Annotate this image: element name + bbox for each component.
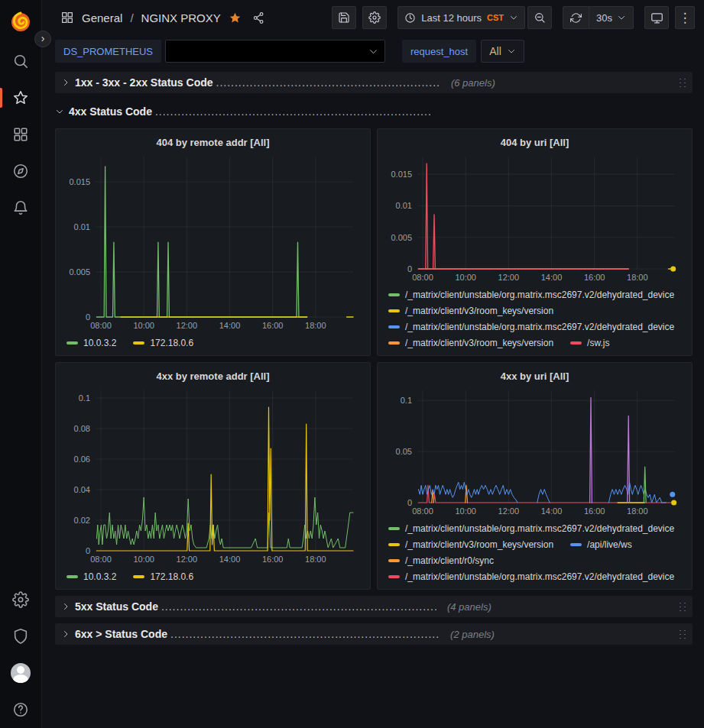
legend: 10.0.3.2172.18.0.6 [63,332,362,352]
sidebar-item-alerting[interactable] [0,189,42,226]
variables-bar: DS_PROMETHEUS request_host All [42,35,704,67]
legend-item[interactable]: /_matrix/client/unstable/org.matrix.msc2… [388,568,674,584]
row-panel-count: (2 panels) [450,629,495,640]
share-icon[interactable] [252,11,265,24]
dashboard-grid-icon [60,11,74,24]
chevron-down-icon [368,47,378,57]
row-6xx[interactable]: 6xx > Status Code ......................… [55,623,693,645]
favorite-star-icon[interactable] [229,11,242,24]
legend-swatch [388,575,400,578]
timeseries-chart[interactable]: 08:0010:0012:0014:0016:0018:0000.020.040… [63,384,362,566]
zoom-out-button[interactable] [527,6,552,29]
row-5xx[interactable]: 5xx Status Code ........................… [55,596,693,617]
header: General / NGINX PROXY Last 12 hours CST … [42,0,704,35]
legend-swatch [133,341,144,345]
panel-title[interactable]: 404 by uri [All] [385,134,684,150]
legend-label: /_matrix/client/v3/room_keys/version [405,338,553,348]
sidebar-item-help[interactable] [0,691,42,728]
legend-swatch [570,341,582,345]
search-icon [12,53,29,70]
sidebar-item-dashboards[interactable] [0,116,42,153]
svg-text:14:00: 14:00 [219,321,241,330]
sidebar-item-profile[interactable] [0,655,42,691]
svg-text:14:00: 14:00 [541,506,563,516]
request-host-value-dropdown[interactable]: All [481,40,524,63]
legend-item[interactable]: /sw.js [570,335,609,351]
row-title: 5xx Status Code [75,600,158,613]
svg-text:18:00: 18:00 [305,321,326,330]
dashboard-settings-button[interactable] [362,6,387,29]
timeseries-chart[interactable]: 08:0010:0012:0014:0016:0018:0000.050.1 [385,384,684,518]
legend-item[interactable]: /_matrix/client/unstable/org.matrix.msc2… [388,319,674,335]
svg-text:0.04: 0.04 [74,485,90,494]
svg-text:0.06: 0.06 [74,455,90,464]
legend-item[interactable]: /_matrix/client/r0/sync [388,552,494,568]
legend-label: /_matrix/client/unstable/org.matrix.msc2… [405,571,674,582]
timeseries-chart[interactable]: 08:0010:0012:0014:0016:0018:0000.0050.01… [385,150,684,284]
sidebar-item-search[interactable] [0,43,42,79]
sidebar-expand-button[interactable]: › [34,31,51,47]
legend-label: /_matrix/client/v3/room_keys/version [405,306,553,316]
chevron-down-icon [55,107,64,116]
more-options-button[interactable]: ⋮ [675,6,695,29]
legend-item[interactable]: 10.0.3.2 [67,335,116,351]
legend-item[interactable]: 10.0.3.2 [67,568,116,584]
legend-item[interactable]: /_matrix/client/v3/room_keys/version [388,335,553,351]
panel-title[interactable]: 4xx by remote addr [All] [63,368,362,384]
svg-text:0.015: 0.015 [69,177,90,186]
row-drag-handle[interactable] [677,76,686,89]
svg-text:18:00: 18:00 [627,273,648,282]
sidebar-item-server-admin[interactable] [0,618,42,655]
svg-text:10:00: 10:00 [133,555,154,564]
legend-item[interactable]: 172.18.0.6 [133,335,193,351]
legend-item[interactable]: /_matrix/client/unstable/org.matrix.msc2… [388,520,674,536]
row-4xx[interactable]: 4xx Status Code ........................… [55,101,693,122]
refresh-interval-dropdown[interactable]: 30s [589,7,633,28]
grafana-logo-icon [9,10,32,33]
sidebar-item-starred[interactable] [0,79,42,116]
row-drag-handle[interactable] [677,600,686,613]
kebab-icon: ⋮ [679,10,692,26]
legend-item[interactable]: /_matrix/client/v3/room_keys/version [388,303,553,319]
ds-prometheus-value-dropdown[interactable] [165,40,385,63]
save-dashboard-button[interactable] [332,6,356,29]
chevron-right-icon [61,602,70,611]
legend-swatch [133,575,144,578]
timeseries-chart[interactable]: 08:0010:0012:0014:0016:0018:0000.0050.01… [63,150,362,332]
panel-title[interactable]: 404 by remote addr [All] [63,134,362,150]
row-panel-count: (6 panels) [451,77,495,89]
kiosk-mode-button[interactable] [644,6,669,29]
request-host-label[interactable]: request_host [402,40,476,63]
svg-text:0.1: 0.1 [79,393,90,403]
legend-item[interactable]: /_matrix/client/unstable/org.matrix.msc2… [388,286,674,303]
panel-4xx-by-uri: 4xx by uri [All] 08:0010:0012:0014:0016:… [377,362,693,590]
legend-label: /_matrix/client/unstable/org.matrix.msc2… [405,290,674,300]
breadcrumb-dashboard-title[interactable]: NGINX PROXY [141,11,221,24]
ds-prometheus-label[interactable]: DS_PROMETHEUS [55,40,161,63]
legend: /_matrix/client/unstable/org.matrix.msc2… [385,284,684,352]
legend-label: 10.0.3.2 [83,338,116,348]
row-1xx-3xx-2xx[interactable]: 1xx - 3xx - 2xx Status Code ............… [55,72,693,93]
row-drag-handle[interactable] [677,628,686,640]
refresh-button[interactable] [563,7,589,28]
breadcrumb-section[interactable]: General [82,11,122,24]
legend: /_matrix/client/unstable/org.matrix.msc2… [385,518,684,586]
panel-title[interactable]: 4xx by uri [All] [385,368,684,384]
svg-text:0.1: 0.1 [401,396,412,405]
time-range-picker[interactable]: Last 12 hours CST [397,6,525,29]
sidebar-item-explore[interactable] [0,153,42,189]
legend-item[interactable]: 172.18.0.6 [133,568,193,584]
sidebar-item-configuration[interactable] [0,581,42,618]
monitor-icon [650,11,663,24]
panel-404-by-remote-addr: 404 by remote addr [All] 08:0010:0012:00… [55,128,371,356]
legend-item[interactable]: /_matrix/client/v3/room_keys/version [388,536,553,552]
svg-text:08:00: 08:00 [412,506,433,516]
svg-text:16:00: 16:00 [584,273,605,282]
legend-swatch [570,543,582,546]
svg-text:12:00: 12:00 [177,321,198,330]
chevron-down-icon [617,13,626,22]
legend-label: /api/live/ws [587,539,632,550]
legend-item[interactable]: /api/live/ws [570,536,632,552]
svg-text:0.005: 0.005 [391,233,412,242]
legend-label: /_matrix/client/unstable/org.matrix.msc2… [405,322,674,332]
